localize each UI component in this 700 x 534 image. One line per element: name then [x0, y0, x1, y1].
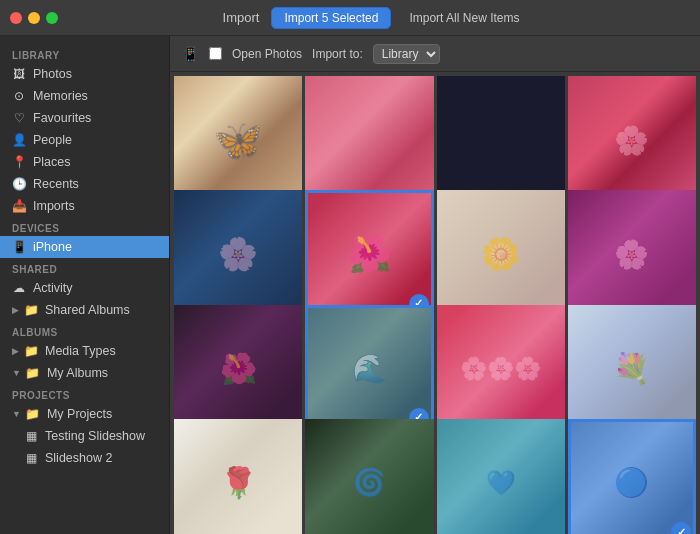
imports-icon: 📥	[12, 199, 26, 213]
sidebar-label-imports: Imports	[33, 199, 75, 213]
minimize-button[interactable]	[28, 12, 40, 24]
sidebar-label-places: Places	[33, 155, 71, 169]
albums-header: Albums	[0, 321, 169, 340]
phone-toolbar-icon: 📱	[182, 46, 199, 62]
sidebar-item-photos[interactable]: 🖼 Photos	[0, 63, 169, 85]
sidebar-item-imports[interactable]: 📥 Imports	[0, 195, 169, 217]
photo-cell[interactable]	[437, 76, 565, 204]
photo-decoration: 🌸	[174, 190, 302, 318]
select-all-checkbox[interactable]	[209, 47, 222, 60]
places-icon: 📍	[12, 155, 26, 169]
sidebar-label-shared-albums: Shared Albums	[45, 303, 130, 317]
sidebar-label-photos: Photos	[33, 67, 72, 81]
photo-decoration: 🌸	[568, 190, 696, 318]
sidebar-label-slideshow-2: Slideshow 2	[45, 451, 112, 465]
favourites-icon: ♡	[12, 111, 26, 125]
photo-decoration: 💙	[437, 419, 565, 534]
expand-icon: ▶	[12, 305, 19, 315]
window-title: Import	[223, 10, 260, 25]
photo-decoration: 🌺	[174, 305, 302, 433]
photo-decoration: 🌸	[568, 76, 696, 204]
photo-cell[interactable]: 🌺	[174, 305, 302, 433]
sidebar-label-activity: Activity	[33, 281, 73, 295]
photo-cell[interactable]: 🌼	[437, 190, 565, 318]
sidebar-item-testing-slideshow[interactable]: ▦ Testing Slideshow	[0, 425, 169, 447]
sidebar-label-memories: Memories	[33, 89, 88, 103]
photo-cell[interactable]: 🌺 ✓	[305, 190, 433, 318]
photo-cell[interactable]: 🔵 ✓	[568, 419, 696, 534]
photo-decoration: 🌹	[174, 419, 302, 534]
sidebar-item-memories[interactable]: ⊙ Memories	[0, 85, 169, 107]
activity-icon: ☁	[12, 281, 26, 295]
shared-header: Shared	[0, 258, 169, 277]
sidebar-label-media-types: Media Types	[45, 344, 116, 358]
close-button[interactable]	[10, 12, 22, 24]
sidebar-label-iphone: iPhone	[33, 240, 72, 254]
people-icon: 👤	[12, 133, 26, 147]
traffic-lights	[10, 12, 58, 24]
sidebar-label-testing-slideshow: Testing Slideshow	[45, 429, 145, 443]
photo-cell[interactable]: 🦋	[174, 76, 302, 204]
photos-icon: 🖼	[12, 67, 26, 81]
photo-decoration: 🔵	[568, 419, 696, 534]
photo-cell[interactable]: 💙	[437, 419, 565, 534]
content-area: 📱 Open Photos Import to: Library 🦋 🌸	[170, 36, 700, 534]
sidebar-item-my-albums[interactable]: ▼ 📁 My Albums	[0, 362, 169, 384]
sidebar-item-iphone[interactable]: 📱 iPhone	[0, 236, 169, 258]
sidebar-item-recents[interactable]: 🕒 Recents	[0, 173, 169, 195]
expand-icon-albums: ▼	[12, 368, 21, 378]
expand-icon-media: ▶	[12, 346, 19, 356]
import-selected-button[interactable]: Import 5 Selected	[271, 7, 391, 29]
sidebar: Library 🖼 Photos ⊙ Memories ♡ Favourites…	[0, 36, 170, 534]
open-photos-label: Open Photos	[232, 47, 302, 61]
projects-header: Projects	[0, 384, 169, 403]
devices-header: Devices	[0, 217, 169, 236]
photo-cell[interactable]: 🌸🌸🌸	[437, 305, 565, 433]
media-types-icon: 📁	[24, 344, 38, 358]
expand-icon-projects: ▼	[12, 409, 21, 419]
iphone-icon: 📱	[12, 240, 26, 254]
sidebar-item-my-projects[interactable]: ▼ 📁 My Projects	[0, 403, 169, 425]
photo-decoration: 🦋	[174, 76, 302, 204]
maximize-button[interactable]	[46, 12, 58, 24]
sidebar-item-shared-albums[interactable]: ▶ 📁 Shared Albums	[0, 299, 169, 321]
slideshow-2-icon: ▦	[24, 451, 38, 465]
sidebar-item-favourites[interactable]: ♡ Favourites	[0, 107, 169, 129]
sidebar-label-favourites: Favourites	[33, 111, 91, 125]
sidebar-item-activity[interactable]: ☁ Activity	[0, 277, 169, 299]
shared-albums-icon: 📁	[24, 303, 38, 317]
import-all-button[interactable]: Import All New Items	[403, 8, 525, 28]
my-albums-icon: 📁	[26, 366, 40, 380]
sidebar-label-my-projects: My Projects	[47, 407, 112, 421]
testing-slideshow-icon: ▦	[24, 429, 38, 443]
photo-decoration: 🌀	[305, 419, 433, 534]
sidebar-item-slideshow-2[interactable]: ▦ Slideshow 2	[0, 447, 169, 469]
photo-cell[interactable]: 💐	[568, 305, 696, 433]
main-layout: Library 🖼 Photos ⊙ Memories ♡ Favourites…	[0, 36, 700, 534]
photo-cell[interactable]: 🌸	[174, 190, 302, 318]
library-select[interactable]: Library	[373, 44, 440, 64]
sidebar-label-recents: Recents	[33, 177, 79, 191]
titlebar: Import Import 5 Selected Import All New …	[0, 0, 700, 36]
sidebar-item-people[interactable]: 👤 People	[0, 129, 169, 151]
import-to-label: Import to:	[312, 47, 363, 61]
photo-cell[interactable]: 🌸	[568, 76, 696, 204]
sidebar-label-my-albums: My Albums	[47, 366, 108, 380]
photo-decoration: 💐	[568, 305, 696, 433]
sidebar-item-media-types[interactable]: ▶ 📁 Media Types	[0, 340, 169, 362]
photo-cell[interactable]: 🌹	[174, 419, 302, 534]
recents-icon: 🕒	[12, 177, 26, 191]
import-toolbar: 📱 Open Photos Import to: Library	[170, 36, 700, 72]
photo-cell[interactable]: 🌊 ✓	[305, 305, 433, 433]
library-header: Library	[0, 44, 169, 63]
photo-cell[interactable]: 🌀	[305, 419, 433, 534]
sidebar-label-people: People	[33, 133, 72, 147]
photo-cell[interactable]: 🌸	[568, 190, 696, 318]
sidebar-item-places[interactable]: 📍 Places	[0, 151, 169, 173]
titlebar-center: Import Import 5 Selected Import All New …	[58, 7, 690, 29]
photo-decoration: 🌼	[437, 190, 565, 318]
photo-cell[interactable]	[305, 76, 433, 204]
my-projects-icon: 📁	[26, 407, 40, 421]
photo-grid: 🦋 🌸 🌸 🌺 ✓ 🌼 🌸	[170, 72, 700, 534]
photo-decoration: 🌸🌸🌸	[437, 305, 565, 433]
